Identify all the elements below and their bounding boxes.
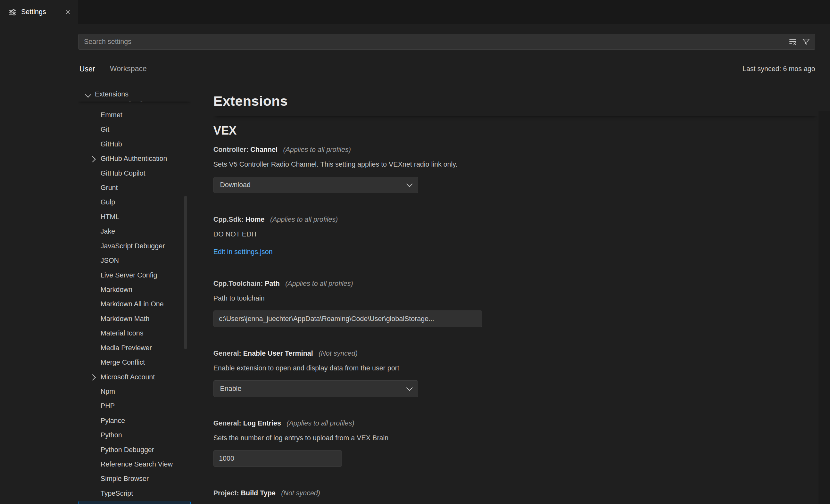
setting-description: Enable extension to open and display dat… bbox=[214, 363, 818, 374]
toc-item-python-debugger[interactable]: Python Debugger bbox=[78, 443, 190, 457]
toc-item-markdown-all-in-one[interactable]: Markdown All in One bbox=[78, 297, 190, 311]
setting-cpp-sdk-home: Cpp.Sdk: Home (Applies to all profiles) … bbox=[214, 214, 818, 257]
settings-scope-switcher: User Workspace Last synced: 6 mos ago bbox=[78, 57, 815, 77]
setting-description: DO NOT EDIT bbox=[214, 229, 818, 240]
toc-root-label: Extensions bbox=[95, 90, 128, 98]
toolchain-path-input[interactable] bbox=[214, 311, 482, 327]
tab-settings[interactable]: Settings bbox=[0, 0, 78, 24]
setting-description: Sets V5 Controller Radio Channel. This s… bbox=[214, 159, 818, 170]
toc-item-media-previewer[interactable]: Media Previewer bbox=[78, 341, 190, 355]
toc-item-python[interactable]: Python bbox=[78, 428, 190, 442]
setting-title: Project: Build Type (Not synced) bbox=[214, 488, 818, 499]
toc-item-gulp[interactable]: Gulp bbox=[78, 195, 190, 210]
chevron-down-icon bbox=[406, 181, 412, 187]
toc-item-jake[interactable]: Jake bbox=[78, 224, 190, 239]
setting-controller-channel: Controller: Channel (Applies to all prof… bbox=[214, 145, 818, 193]
channel-select[interactable]: Download bbox=[214, 177, 418, 193]
close-icon[interactable] bbox=[63, 7, 73, 17]
chevron-right-icon bbox=[90, 374, 96, 380]
toc-item-vex[interactable]: VEX bbox=[78, 501, 190, 504]
toc-item-reference-search-view[interactable]: Reference Search View bbox=[78, 457, 190, 472]
select-value: Enable bbox=[220, 385, 241, 393]
setting-title: General: Enable User Terminal (Not synce… bbox=[214, 348, 818, 359]
select-value: Download bbox=[220, 181, 250, 189]
chevron-down-icon bbox=[406, 384, 412, 390]
setting-title: Cpp.Toolchain: Path (Applies to all prof… bbox=[214, 278, 818, 289]
toc-item-html[interactable]: HTML bbox=[78, 210, 190, 224]
filter-icon[interactable] bbox=[802, 38, 810, 46]
toc-item-merge-conflict[interactable]: Merge Conflict bbox=[78, 355, 190, 370]
toc-item-markdown-math[interactable]: Markdown Math bbox=[78, 312, 190, 326]
toc-item-typescript[interactable]: TypeScript bbox=[78, 486, 190, 501]
toc-item-emmet[interactable]: Emmet bbox=[78, 108, 190, 122]
toc-item-json[interactable]: JSON bbox=[78, 253, 190, 268]
setting-title: Controller: Channel (Applies to all prof… bbox=[214, 145, 818, 155]
setting-project-build-type: Project: Build Type (Not synced) bbox=[214, 488, 818, 499]
chevron-down-icon bbox=[85, 91, 91, 97]
tab-workspace[interactable]: Workspace bbox=[109, 64, 148, 77]
toc-item-npm[interactable]: Npm bbox=[78, 384, 190, 399]
page-title: Extensions bbox=[214, 93, 818, 109]
toc-item-github[interactable]: GitHub bbox=[78, 137, 190, 152]
settings-body: Extensions VEX Controller: Channel (Appl… bbox=[214, 88, 818, 504]
toc-item-grunt[interactable]: Grunt bbox=[78, 181, 190, 195]
toc-list: Emmet Git GitHub GitHub Authentication G… bbox=[78, 108, 190, 504]
enable-user-terminal-select[interactable]: Enable bbox=[214, 380, 418, 397]
settings-search-bar bbox=[78, 34, 815, 50]
settings-group-header: Extensions bbox=[214, 88, 818, 116]
section-title-vex: VEX bbox=[214, 123, 818, 138]
toc-item-live-server-config[interactable]: Live Server Config bbox=[78, 268, 190, 283]
settings-sliders-icon bbox=[8, 8, 17, 17]
search-input[interactable] bbox=[78, 38, 788, 46]
search-actions bbox=[788, 37, 815, 46]
setting-description: Sets the number of log entrys to upload … bbox=[214, 433, 818, 443]
toc-item-extensions[interactable]: Extensions bbox=[78, 88, 190, 102]
toc-item-microsoft-account[interactable]: Microsoft Account bbox=[78, 370, 190, 384]
setting-general-enable-user-terminal: General: Enable User Terminal (Not synce… bbox=[214, 348, 818, 397]
clear-search-icon[interactable] bbox=[788, 37, 797, 46]
edit-in-settings-json-link[interactable]: Edit in settings.json bbox=[214, 247, 273, 257]
editor-tab-bar: Settings bbox=[0, 0, 830, 24]
setting-general-log-entries: General: Log Entries (Applies to all pro… bbox=[214, 418, 818, 467]
toc-item-material-icons[interactable]: Material Icons bbox=[78, 326, 190, 341]
settings-toc: Extensions CSS Language Features Emmet G… bbox=[78, 88, 190, 504]
chevron-right-icon bbox=[90, 156, 96, 162]
toc-item-pylance[interactable]: Pylance bbox=[78, 414, 190, 428]
toc-item-javascript-debugger[interactable]: JavaScript Debugger bbox=[78, 239, 190, 253]
setting-cpp-toolchain-path: Cpp.Toolchain: Path (Applies to all prof… bbox=[214, 278, 818, 327]
tab-user[interactable]: User bbox=[78, 65, 96, 77]
setting-title: Cpp.Sdk: Home (Applies to all profiles) bbox=[214, 214, 818, 225]
settings-editor: User Workspace Last synced: 6 mos ago Ex… bbox=[0, 24, 830, 504]
toc-item-clipped[interactable]: CSS Language Features bbox=[78, 101, 190, 108]
setting-description: Path to toolchain bbox=[214, 293, 818, 304]
vscode-settings-window: Settings bbox=[0, 0, 830, 504]
toc-item-markdown[interactable]: Markdown bbox=[78, 283, 190, 297]
toc-item-php[interactable]: PHP bbox=[78, 399, 190, 413]
toc-item-github-authentication[interactable]: GitHub Authentication bbox=[78, 152, 190, 166]
toc-item-simple-browser[interactable]: Simple Browser bbox=[78, 472, 190, 486]
main-scrollbar-track[interactable] bbox=[819, 111, 830, 504]
log-entries-input[interactable] bbox=[214, 450, 342, 467]
last-synced-label: Last synced: 6 mos ago bbox=[742, 65, 815, 77]
setting-title: General: Log Entries (Applies to all pro… bbox=[214, 418, 818, 429]
toc-item-github-copilot[interactable]: GitHub Copilot bbox=[78, 166, 190, 181]
tab-title: Settings bbox=[21, 8, 58, 16]
sidebar-scrollbar-thumb[interactable] bbox=[184, 196, 187, 349]
toc-item-git[interactable]: Git bbox=[78, 122, 190, 137]
